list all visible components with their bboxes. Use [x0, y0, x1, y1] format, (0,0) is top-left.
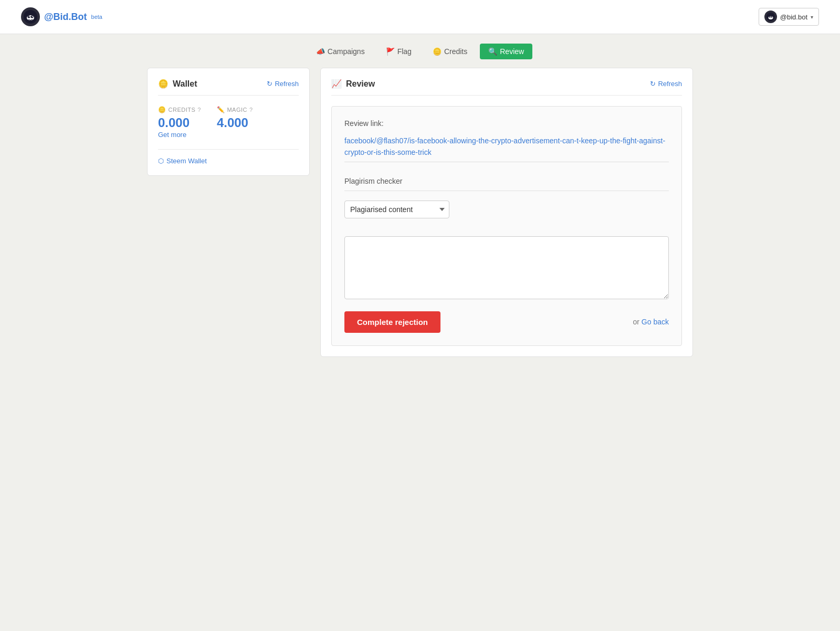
- wallet-refresh-button[interactable]: ↻ Refresh: [267, 80, 299, 88]
- svg-point-8: [769, 16, 770, 17]
- go-back-link[interactable]: Go back: [642, 318, 669, 326]
- wallet-header: 🪙 Wallet ↻ Refresh: [158, 79, 299, 96]
- nav-label-campaigns: Campaigns: [328, 47, 365, 56]
- review-refresh-button[interactable]: ↻ Refresh: [650, 80, 682, 88]
- magic-label-row: ✏️ MAGIC ?: [217, 106, 253, 113]
- review-refresh-icon: ↻: [650, 80, 656, 88]
- credits-label-text: CREDITS: [169, 107, 196, 113]
- notes-group: [344, 236, 669, 301]
- wallet-stats: 🪙 CREDITS ? 0.000 Get more ✏️ MAGIC ? 4.…: [158, 106, 299, 139]
- credits-icon: 🪙: [433, 47, 442, 56]
- svg-point-10: [770, 16, 770, 17]
- review-link-group: Review link: facebook/@flash07/is-facebo…: [344, 119, 669, 162]
- credits-block: 🪙 CREDITS ? 0.000 Get more: [158, 106, 201, 139]
- svg-point-9: [771, 16, 772, 17]
- review-header: 📈 Review ↻ Refresh: [331, 79, 682, 96]
- steem-wallet-link[interactable]: ⬡ Steem Wallet: [158, 157, 299, 165]
- wallet-icon: 🪙: [158, 79, 169, 89]
- review-form-card: Review link: facebook/@flash07/is-facebo…: [331, 106, 682, 346]
- wallet-card: 🪙 Wallet ↻ Refresh 🪙 CREDITS ? 0.000 Ge: [147, 68, 310, 176]
- svg-point-11: [771, 16, 772, 17]
- wallet-refresh-icon: ↻: [267, 80, 272, 88]
- credits-value: 0.000: [158, 115, 201, 130]
- brand-name[interactable]: @Bid.Bot: [44, 12, 87, 23]
- nav-item-flag[interactable]: 🚩 Flag: [377, 44, 420, 59]
- complete-rejection-button[interactable]: Complete rejection: [344, 311, 440, 333]
- nav-label-credits: Credits: [444, 47, 467, 56]
- brand-beta: beta: [91, 14, 102, 20]
- user-avatar: [764, 10, 777, 23]
- wallet-title-text: Wallet: [173, 79, 197, 89]
- review-refresh-label: Refresh: [658, 80, 682, 88]
- review-link-label: Review link:: [344, 119, 669, 128]
- plagiarism-label: Plagirism checker: [344, 172, 669, 191]
- main-content: 🪙 Wallet ↻ Refresh 🪙 CREDITS ? 0.000 Ge: [105, 68, 735, 357]
- go-back-prefix: or: [633, 318, 639, 326]
- svg-point-5: [32, 16, 33, 17]
- wallet-title: 🪙 Wallet: [158, 79, 197, 89]
- review-title-text: Review: [346, 79, 375, 89]
- rejection-reason-group: Plagiarised content Original content Low…: [344, 201, 669, 227]
- brand-area: @Bid.Botbeta: [21, 7, 102, 26]
- campaigns-icon: 📣: [316, 47, 325, 56]
- nav-item-credits[interactable]: 🪙 Credits: [424, 44, 476, 59]
- main-nav: 📣 Campaigns 🚩 Flag 🪙 Credits 🔍 Review: [0, 34, 840, 68]
- steem-wallet-label: Steem Wallet: [166, 157, 207, 165]
- nav-label-flag: Flag: [397, 47, 412, 56]
- magic-value: 4.000: [217, 115, 253, 130]
- credits-label-row: 🪙 CREDITS ?: [158, 106, 201, 113]
- nav-label-review: Review: [500, 47, 524, 56]
- nav-item-campaigns[interactable]: 📣 Campaigns: [308, 44, 373, 59]
- review-title: 📈 Review: [331, 79, 375, 89]
- credits-help: ?: [197, 107, 201, 113]
- flag-icon: 🚩: [386, 47, 395, 56]
- review-link-value: facebook/@flash07/is-facebook-allowing-t…: [344, 132, 669, 162]
- logo-avatar: [21, 7, 40, 26]
- go-back-area: or Go back: [633, 318, 669, 326]
- get-more-link[interactable]: Get more: [158, 131, 186, 139]
- nav-item-review[interactable]: 🔍 Review: [480, 44, 532, 59]
- review-panel: 📈 Review ↻ Refresh Review link: facebook…: [320, 68, 693, 357]
- dropdown-caret-icon: ▾: [811, 14, 813, 20]
- magic-label-text: MAGIC: [227, 107, 247, 113]
- notes-textarea[interactable]: [344, 236, 669, 299]
- form-actions: Complete rejection or Go back: [344, 311, 669, 333]
- magic-help: ?: [249, 107, 253, 113]
- wallet-footer: ⬡ Steem Wallet: [158, 149, 299, 165]
- review-icon: 🔍: [488, 47, 497, 56]
- magic-label-icon: ✏️: [217, 106, 225, 113]
- review-card: 📈 Review ↻ Refresh Review link: facebook…: [320, 68, 693, 357]
- steem-wallet-icon: ⬡: [158, 157, 164, 165]
- review-title-icon: 📈: [331, 79, 342, 89]
- magic-block: ✏️ MAGIC ? 4.000: [217, 106, 253, 139]
- header: @Bid.Botbeta @bid.bot ▾: [0, 0, 840, 34]
- wallet-panel: 🪙 Wallet ↻ Refresh 🪙 CREDITS ? 0.000 Ge: [147, 68, 310, 357]
- rejection-reason-select[interactable]: Plagiarised content Original content Low…: [344, 201, 449, 218]
- svg-point-4: [29, 16, 30, 17]
- user-menu[interactable]: @bid.bot ▾: [759, 8, 819, 26]
- plagiarism-group: Plagirism checker: [344, 172, 669, 191]
- user-handle: @bid.bot: [780, 13, 807, 21]
- credits-label-icon: 🪙: [158, 106, 166, 113]
- wallet-refresh-label: Refresh: [275, 80, 299, 88]
